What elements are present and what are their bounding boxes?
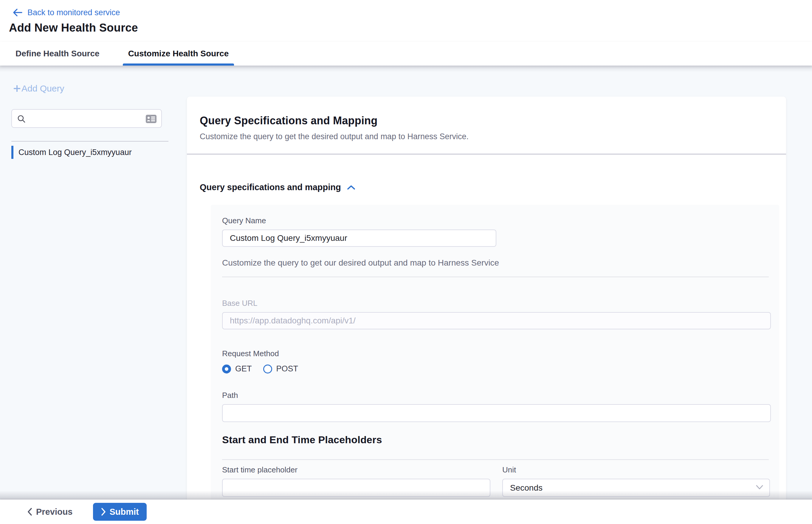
card-header: Query Specifications and Mapping Customi… [187, 97, 786, 141]
query-item-label: Custom Log Query_i5xmyyuaur [18, 148, 132, 157]
tab-bar: Define Health Source Customize Health So… [0, 42, 812, 66]
search-icon [17, 114, 26, 125]
request-method-label: Request Method [222, 349, 770, 358]
sidebar-divider [11, 141, 168, 142]
chevron-up-icon [347, 185, 355, 190]
chevron-down-icon [756, 485, 763, 491]
card-subtitle: Customize the query to get the desired o… [200, 132, 786, 141]
submit-button[interactable]: Submit [93, 503, 147, 521]
start-time-input[interactable] [222, 479, 490, 497]
selected-indicator-bar [11, 146, 13, 159]
add-query-label: Add Query [21, 83, 64, 94]
submit-button-label: Submit [110, 507, 139, 517]
query-name-input[interactable] [222, 230, 496, 247]
base-url-input [222, 312, 771, 329]
previous-button-label: Previous [36, 507, 73, 517]
base-url-field: Base URL [222, 299, 770, 329]
request-method-field: Request Method GET POST [222, 349, 770, 374]
query-sidebar: Add Query [0, 66, 187, 500]
start-time-field: Start time placeholder [222, 465, 490, 497]
placeholders-heading: Start and End Time Placeholders [222, 434, 770, 446]
content-area: Add Query [0, 66, 812, 500]
query-name-helper: Customize the query to get our desired o… [222, 258, 770, 268]
form-divider [222, 277, 769, 277]
form-divider [222, 459, 769, 460]
page-title: Add New Health Source [9, 21, 812, 34]
query-list-item[interactable]: Custom Log Query_i5xmyyuaur [0, 144, 187, 161]
footer-bar: Previous Submit [0, 500, 812, 524]
radio-get-label: GET [235, 364, 252, 374]
query-search-box [11, 109, 162, 128]
path-label: Path [222, 391, 770, 400]
unit-field: Unit Seconds [502, 465, 770, 497]
request-method-options: GET POST [222, 364, 770, 374]
main-panel: Query Specifications and Mapping Customi… [187, 66, 812, 500]
back-link[interactable]: Back to monitored service [13, 6, 120, 19]
collapse-section-label: Query specifications and mapping [200, 182, 341, 192]
radio-get-control[interactable] [222, 364, 231, 374]
add-health-source-screen: Back to monitored service Add New Health… [0, 0, 812, 524]
collapse-toggle[interactable]: Query specifications and mapping [200, 182, 355, 192]
path-input[interactable] [222, 404, 771, 422]
card-title: Query Specifications and Mapping [200, 114, 786, 127]
unit-select-value: Seconds [510, 483, 542, 493]
chevron-right-icon [101, 508, 106, 516]
query-spec-card: Query Specifications and Mapping Customi… [187, 97, 786, 500]
back-link-label: Back to monitored service [28, 8, 120, 17]
chevron-left-icon [27, 508, 32, 516]
add-query-button[interactable]: Add Query [13, 83, 64, 94]
arrow-left-icon [13, 8, 23, 17]
start-time-label: Start time placeholder [222, 465, 490, 475]
tab-define-health-source[interactable]: Define Health Source [16, 42, 100, 66]
tab-customize-health-source[interactable]: Customize Health Source [128, 42, 229, 66]
plus-icon [13, 84, 21, 93]
search-input[interactable] [30, 111, 141, 126]
base-url-label: Base URL [222, 299, 770, 308]
radio-post-control[interactable] [263, 364, 272, 374]
query-name-label: Query Name [222, 216, 770, 225]
radio-option-post[interactable]: POST [263, 364, 298, 374]
radio-post-label: POST [276, 364, 298, 374]
unit-label: Unit [502, 465, 770, 475]
radio-option-get[interactable]: GET [222, 364, 252, 374]
previous-button[interactable]: Previous [23, 503, 76, 521]
card-body: Query specifications and mapping Query N… [187, 154, 786, 500]
placeholders-row: Start time placeholder Unit Seconds [222, 465, 770, 497]
header: Back to monitored service Add New Health… [0, 0, 812, 42]
unit-select[interactable]: Seconds [502, 479, 770, 497]
card-list-icon[interactable] [145, 114, 157, 125]
query-spec-form: Query Name Customize the query to get ou… [211, 205, 779, 500]
path-field: Path [222, 391, 770, 422]
